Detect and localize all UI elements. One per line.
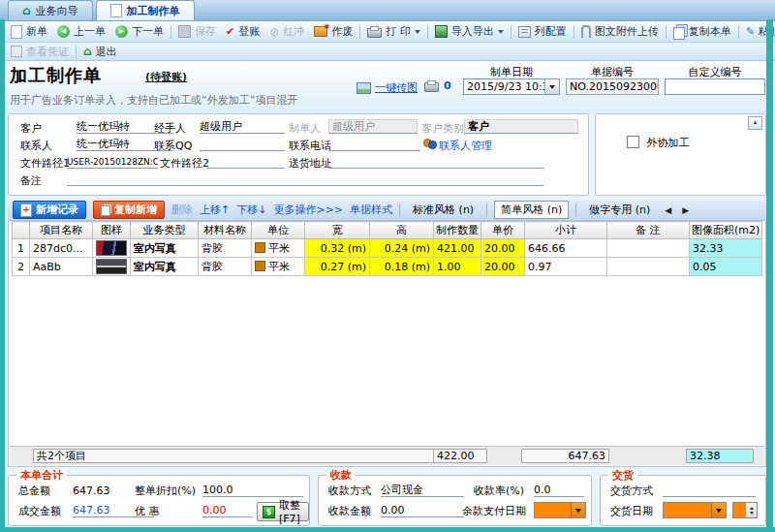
customer-type-field[interactable]: 客户 [464,119,578,134]
cell-business-type[interactable]: 室内写真 [131,239,199,258]
path1-field[interactable]: USER-20150128ZN:C:\V [67,155,158,169]
one-key-upload-link[interactable]: 一键传图 [356,80,418,95]
table-row[interactable]: 2 AaBb 室内写真 背胶 平米 0.27 (m) 0.18 (m) 1.00… [13,258,762,276]
collapse-button[interactable] [748,116,762,130]
col-width[interactable]: 宽 [305,222,370,239]
doc-style-link[interactable]: 单据样式 [350,203,392,217]
cell-image[interactable] [93,258,131,276]
tab-business-wizard[interactable]: ⌂ 业务向导 [8,0,93,20]
print-count: 0 [444,79,451,92]
col-item-name[interactable]: 项目名称 [30,222,93,239]
move-down-link[interactable]: 下移↓ [236,203,266,217]
cell-qty[interactable]: 421.00 [434,239,481,258]
more-actions-link[interactable]: 更多操作>>> [273,203,343,217]
remark-field[interactable] [67,172,543,186]
prev-order-button[interactable]: ◀ 上一单 [52,23,110,40]
dropdown-button[interactable] [571,503,585,517]
col-material[interactable]: 材料名称 [199,222,252,239]
cell-item-name[interactable]: 287dc0... [30,239,93,258]
cell-material[interactable]: 背胶 [199,239,252,258]
col-area[interactable]: 图像面积(m2) [690,222,762,239]
copy-order-button[interactable]: 复制本单 [668,23,736,41]
scroll-left-icon[interactable]: ◀ [663,205,673,215]
cell-width[interactable]: 0.27 (m) [305,258,370,276]
delivery-date-select[interactable] [663,502,727,518]
col-business-type[interactable]: 业务类型 [131,222,199,239]
col-image[interactable]: 图样 [93,222,131,239]
cell-image[interactable] [93,239,131,258]
outsourcing-option[interactable]: 外协加工 [627,136,690,148]
cell-width[interactable]: 0.32 (m) [305,239,370,258]
cell-qty[interactable]: 1.00 [434,258,481,276]
column-config-button[interactable]: 列配置 [513,23,572,40]
cell-height[interactable]: 0.18 (m) [370,258,434,276]
address-field[interactable] [328,155,543,169]
pref-field[interactable]: 0.00 [202,504,253,517]
style-tab-simple[interactable]: 简单风格 (n) [494,201,569,219]
payment-amount-field[interactable]: 0.00 [381,504,464,517]
button-label: 打 印 [386,24,411,39]
doc-date-field[interactable]: 2015/9/23 10:31:18 [463,78,560,95]
date-dropdown-button[interactable] [544,79,559,94]
print-count-widget[interactable]: 0 [424,79,451,92]
cell-subtotal[interactable]: 0.97 [525,258,607,276]
cell-remark[interactable] [607,239,690,258]
tab-processing-order[interactable]: 加工制作单 [96,0,195,20]
register-account-button[interactable]: ✔ 登账 [221,23,264,40]
custom-no-field[interactable] [665,78,765,95]
red-flush-button[interactable]: ⊘ 红冲 [264,23,309,40]
print-button[interactable]: 打 印 [362,23,425,40]
import-export-button[interactable]: 导入导出 [430,23,509,40]
cell-area[interactable]: 32.33 [690,239,762,258]
col-price[interactable]: 单价 [481,222,525,239]
void-button[interactable]: 作废 [309,23,357,40]
cell-material[interactable]: 背胶 [199,258,252,276]
balance-date-select[interactable] [534,502,586,518]
cell-subtotal[interactable]: 646.66 [525,239,607,258]
payment-method-field[interactable]: 公司现金 [381,484,464,497]
payment-rate-field[interactable]: 0.0 [534,484,584,497]
dropdown-button[interactable] [711,503,726,517]
col-subtotal[interactable]: 小计 [525,222,607,239]
cell-unit[interactable]: 平米 [252,239,305,258]
attachment-upload-button[interactable]: 图文附件上传 [576,23,664,40]
cell-height[interactable]: 0.24 (m) [370,239,434,258]
path2-field[interactable] [206,155,285,169]
cell-price[interactable]: 20.00 [481,258,525,276]
col-unit[interactable]: 单位 [252,222,305,239]
scroll-right-icon[interactable]: ▶ [680,205,691,215]
cell-item-name[interactable]: AaBb [30,258,93,276]
save-button[interactable]: 保存 [173,23,221,40]
cell-area[interactable]: 0.05 [690,258,762,276]
style-tab-lettering[interactable]: 做字专用 (n) [583,202,656,218]
contact-manager-link[interactable]: 联系人管理 [439,140,492,152]
next-order-button[interactable]: ▶ 下一单 [110,23,169,40]
col-qty[interactable]: 制作数量 [434,222,481,239]
handler-field[interactable]: 超级用户 [200,120,285,134]
delete-link[interactable]: 删除 [171,203,193,217]
cell-price[interactable]: 20.00 [481,239,525,258]
button-label: 导入导出 [451,24,494,39]
delivery-method-field[interactable] [663,484,756,497]
phone-field[interactable] [328,138,420,151]
style-tab-standard[interactable]: 标准风格 (n) [407,202,480,218]
add-record-button[interactable]: + 新增记录 [13,201,86,219]
col-height[interactable]: 高 [370,222,434,239]
outsourcing-checkbox[interactable] [627,136,639,148]
exit-button[interactable]: ⌂ 退出 [78,44,122,60]
qq-field[interactable] [200,138,285,151]
move-up-link[interactable]: 上移↑ [200,203,230,217]
round-button[interactable]: $ 取整[F7] [257,502,309,521]
cell-business-type[interactable]: 室内写真 [131,258,199,276]
col-remark[interactable]: 备 注 [607,222,690,239]
cell-unit[interactable]: 平米 [252,258,305,276]
spinner-buttons[interactable] [745,503,757,517]
table-row[interactable]: 1 287dc0... 室内写真 背胶 平米 0.32 (m) 0.24 (m)… [13,239,762,258]
cell-remark[interactable] [607,258,690,276]
copy-add-button[interactable]: 复制新增 [93,201,165,219]
delivery-time-spinner[interactable] [732,502,758,518]
discount-field[interactable]: 100.0 [202,484,303,497]
contact-label: 联系人 [20,140,52,152]
view-voucher-button[interactable]: 查看凭证 [6,44,74,60]
new-order-button[interactable]: 新单 [6,23,52,40]
